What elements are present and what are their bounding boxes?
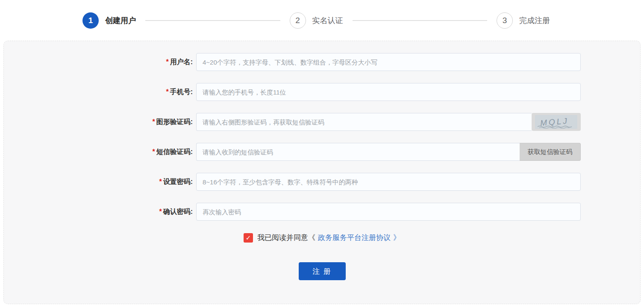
agreement-link[interactable]: 政务服务平台注册协议 — [318, 233, 391, 243]
form-row-confirm-password: *确认密码: — [4, 203, 640, 221]
required-asterisk: * — [166, 88, 168, 95]
password-label-text: 设置密码: — [163, 178, 193, 185]
captcha-image-inner: MQLJ — [535, 115, 577, 129]
form-row-image-captcha: *图形验证码: MQLJ — [4, 113, 640, 131]
agreement-text: 我已阅读并同意《 — [257, 233, 315, 243]
agreement-row: ✓ 我已阅读并同意《政务服务平台注册协议》 — [4, 233, 640, 243]
step-2-label: 实名认证 — [312, 15, 343, 26]
username-label-text: 用户名: — [170, 58, 193, 65]
required-asterisk: * — [159, 208, 162, 215]
register-row: 注 册 — [4, 262, 640, 280]
step-complete-register: 3 完成注册 — [497, 12, 550, 29]
steps-bar: 1 创建用户 2 实名认证 3 完成注册 — [0, 0, 644, 41]
register-button[interactable]: 注 册 — [299, 262, 346, 280]
image-captcha-input[interactable] — [196, 113, 532, 131]
step-2-circle: 2 — [290, 12, 306, 29]
form-row-phone: *手机号: — [4, 83, 640, 101]
required-asterisk: * — [152, 118, 155, 125]
sms-code-label-text: 短信验证码: — [156, 148, 193, 155]
agreement-suffix: 》 — [393, 233, 400, 243]
phone-label: *手机号: — [4, 88, 193, 97]
phone-input[interactable] — [196, 83, 581, 101]
username-label: *用户名: — [4, 58, 193, 67]
username-input[interactable] — [196, 53, 581, 71]
step-3-label: 完成注册 — [519, 15, 550, 26]
step-3-circle: 3 — [497, 12, 513, 29]
sms-code-label: *短信验证码: — [4, 148, 193, 157]
image-captcha-label-text: 图形验证码: — [156, 118, 193, 125]
step-connector-2 — [353, 20, 488, 21]
step-1-label: 创建用户 — [105, 15, 136, 26]
captcha-svg: MQLJ — [535, 115, 577, 129]
registration-form-panel: *用户名: *手机号: *图形验证码: MQLJ — [3, 41, 641, 304]
step-identity-verify: 2 实名认证 — [290, 12, 343, 29]
step-1-circle: 1 — [82, 12, 99, 29]
password-label: *设置密码: — [4, 178, 193, 187]
image-captcha-label: *图形验证码: — [4, 118, 193, 127]
step-create-user: 1 创建用户 — [82, 12, 136, 29]
required-asterisk: * — [152, 148, 155, 155]
agreement-checkbox[interactable]: ✓ — [244, 233, 253, 243]
get-sms-code-button[interactable]: 获取短信验证码 — [520, 143, 581, 161]
step-connector-1 — [145, 20, 280, 21]
form-row-sms-code: *短信验证码: 获取短信验证码 — [4, 143, 640, 161]
password-input[interactable] — [196, 173, 581, 191]
form-row-password: *设置密码: — [4, 173, 640, 191]
confirm-password-label-text: 确认密码: — [163, 208, 193, 215]
form-row-username: *用户名: — [4, 53, 640, 71]
required-asterisk: * — [166, 58, 168, 65]
phone-label-text: 手机号: — [170, 88, 193, 95]
confirm-password-label: *确认密码: — [4, 207, 193, 216]
required-asterisk: * — [159, 178, 162, 185]
sms-code-input[interactable] — [196, 143, 520, 161]
confirm-password-input[interactable] — [196, 203, 581, 221]
captcha-image[interactable]: MQLJ — [532, 113, 581, 131]
